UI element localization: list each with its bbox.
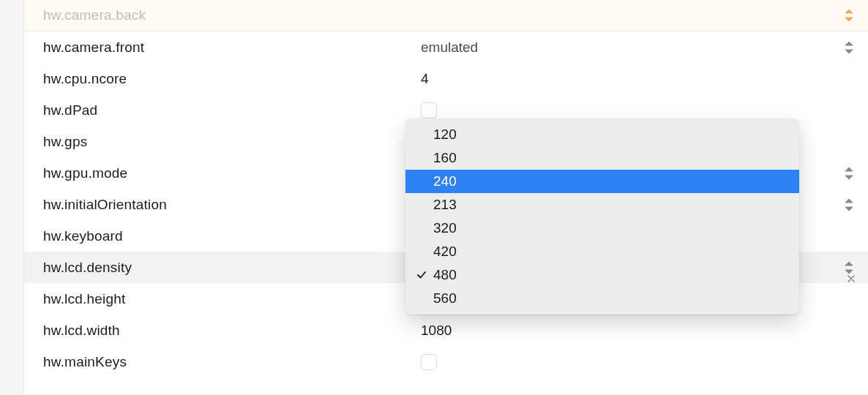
dropdown-option-label: 320 [433,220,457,236]
property-label: hw.gps [43,134,414,150]
dropdown-option[interactable]: 160 [405,146,799,170]
property-row[interactable]: hw.camera.front emulated [24,31,868,63]
dropdown-option[interactable]: 420 [405,240,799,263]
checkbox[interactable] [421,354,437,370]
property-label: hw.camera.front [43,40,414,56]
stepper-icon[interactable] [843,9,855,22]
density-dropdown[interactable]: 120160240213320420480560 [405,118,799,315]
dropdown-option[interactable]: 320 [405,217,799,240]
dropdown-option[interactable]: 240 [405,170,799,193]
property-row[interactable]: hw.lcd.width 1080 [24,315,868,346]
clear-button[interactable] [845,272,858,285]
dropdown-option-label: 420 [433,244,457,259]
property-value[interactable] [414,102,855,118]
property-row[interactable]: hw.cpu.ncore 4 [24,63,868,94]
property-value[interactable] [414,9,855,22]
property-label: hw.lcd.width [43,323,414,339]
property-label: hw.camera.back [43,7,414,23]
dropdown-option-label: 160 [433,150,457,165]
property-row[interactable]: hw.mainKeys [24,346,868,377]
stepper-icon[interactable] [843,167,855,180]
property-label: hw.cpu.ncore [43,71,414,87]
dropdown-option-label: 213 [433,197,457,212]
property-label: hw.dPad [43,102,414,118]
dropdown-option-label: 480 [433,267,457,282]
property-label: hw.lcd.density [43,260,414,276]
property-label: hw.initialOrientation [43,197,414,213]
property-value[interactable]: 1080 [414,323,855,339]
dropdown-option-label: 560 [433,290,457,306]
dropdown-option[interactable]: 120 [405,123,799,146]
property-label: hw.lcd.height [43,291,414,307]
dropdown-option[interactable]: 560 [405,287,799,310]
dropdown-option[interactable]: 480 [405,263,799,287]
property-value[interactable] [414,354,855,370]
dropdown-option[interactable]: 213 [405,193,799,217]
stepper-icon[interactable] [843,41,855,54]
property-label: hw.mainKeys [43,354,414,370]
checkbox[interactable] [421,102,437,118]
property-value[interactable]: emulated [414,40,855,56]
property-row[interactable]: hw.camera.back [24,0,868,31]
property-label: hw.keyboard [43,228,414,244]
dropdown-option-label: 120 [433,127,457,142]
check-icon [414,263,429,287]
stepper-icon[interactable] [843,198,855,211]
property-value[interactable]: 4 [414,71,855,87]
dropdown-option-label: 240 [433,173,457,189]
property-label: hw.gpu.mode [43,165,414,181]
